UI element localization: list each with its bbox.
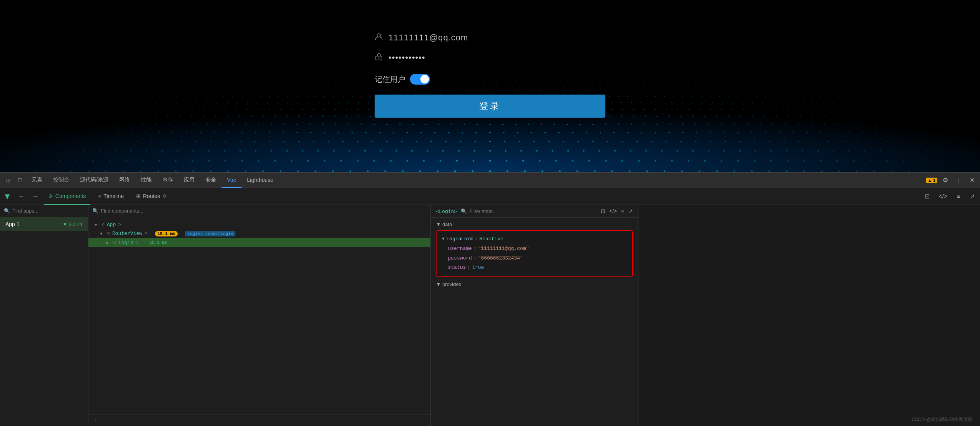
login-button[interactable]: 登录 (375, 95, 605, 118)
state-search-input[interactable] (469, 208, 597, 214)
status-key: status (442, 264, 466, 272)
username-key: username (442, 245, 472, 253)
tab-vue[interactable]: Vue (222, 173, 242, 188)
svg-point-1 (377, 34, 381, 37)
tab-lighthouse[interactable]: Lighthouse (242, 173, 279, 188)
loginform-toggle[interactable]: ▼ (442, 235, 445, 243)
remember-label: 记住用户 (375, 74, 405, 85)
app-item-1[interactable]: App 1 ▼ 3.2.41 (0, 217, 88, 231)
tab-console[interactable]: 控制台 (48, 173, 75, 188)
loginform-key: loginForm (446, 235, 473, 243)
password-input[interactable] (388, 53, 605, 63)
remember-row: 记住用户 (375, 74, 605, 85)
inspect-code-icon[interactable]: </> (937, 192, 950, 201)
app-version: ▼ 3.2.41 (62, 221, 83, 227)
vue-tab-timeline[interactable]: ≡ Timeline (93, 188, 128, 205)
right-spacer: CSDN @此代码敲到头发茂密 (638, 205, 980, 426)
state-data-box: ▼ loginForm : Reactive username : "11111… (436, 230, 633, 277)
copy-icon[interactable]: ≡ (955, 192, 963, 201)
data-section-label: ▼ data (436, 221, 633, 227)
state-camera-icon[interactable]: ⊡ (601, 208, 605, 214)
routes-icon: ⊞ (136, 193, 141, 199)
components-panel: 🔍 ▼ <App> ▼ <RouterView> 15.1 ms login: … (88, 205, 431, 426)
expand-app-icon: ▼ (95, 223, 99, 227)
state-open-icon[interactable]: ↗ (628, 208, 633, 214)
apps-panel: 🔍 App 1 ▼ 3.2.41 (0, 205, 88, 426)
inspect-icon[interactable]: ⊡ (3, 175, 14, 186)
user-icon (375, 32, 384, 43)
timeline-icon: ≡ (98, 193, 101, 199)
apps-search-icon: 🔍 (4, 208, 10, 214)
close-icon[interactable]: ✕ (967, 176, 977, 185)
state-panel: <Login> 🔍 ⊡ </> ≡ ↗ ▼ data (431, 205, 638, 426)
components-search-icon: 🔍 (92, 208, 98, 214)
state-search-icon: 🔍 (461, 208, 467, 214)
password-state-row: password : "6666662332434" (442, 254, 627, 263)
password-key: password (442, 255, 472, 263)
state-content: ▼ data ▼ loginForm : Reactive username : (431, 218, 638, 426)
selected-component-tag: <Login> (436, 208, 457, 214)
state-code-icon[interactable]: </> (609, 208, 617, 214)
component-tree: ▼ <App> ▼ <RouterView> 15.1 ms login: /u… (88, 217, 430, 414)
status-value: true (472, 264, 484, 272)
tab-elements[interactable]: 元素 (26, 173, 48, 188)
password-row (375, 52, 605, 66)
username-input[interactable] (388, 33, 605, 43)
routerview-route-badge: login: /user/login (185, 231, 235, 236)
state-search-bar: 🔍 (461, 208, 597, 214)
apps-search-input[interactable] (12, 208, 84, 214)
routes-gear-icon: ⚙ (162, 193, 167, 199)
expand-login-icon: ▶ (106, 240, 111, 245)
tab-application[interactable]: 应用 (178, 173, 200, 188)
forward-button[interactable]: → (30, 191, 41, 201)
back-button[interactable]: ← (16, 191, 27, 201)
tab-performance[interactable]: 性能 (135, 173, 157, 188)
settings-icon[interactable]: ⚙ (940, 176, 950, 185)
provided-section-label: ▼ provided (436, 281, 633, 287)
username-value: "11111111@qq.com" (478, 245, 529, 253)
login-area: 记住用户 登录 (0, 0, 980, 173)
vue-devtools-bar: ▼ ← → ❈ Components ≡ Timeline ⊞ Routes ⚙… (0, 188, 980, 205)
devtools-tabs-bar: ⊡ ☐ 元素 控制台 源代码/来源 网络 性能 内存 应用 安全 Vue Lig… (0, 173, 980, 188)
vue-bar-right: ⊡ </> ≡ ↗ (922, 192, 977, 201)
toggle-thumb (420, 75, 429, 83)
password-value: "6666662332434" (478, 255, 523, 263)
username-state-row: username : "11111111@qq.com" (442, 244, 627, 254)
open-external-icon[interactable]: ↗ (967, 192, 977, 201)
components-search-bar: 🔍 (88, 205, 430, 217)
vue-tab-routes-label: Routes (143, 193, 160, 199)
tree-node-login[interactable]: ▶ <Login> 15.1 ms (88, 238, 430, 247)
toggle-track (410, 74, 430, 85)
vue-tab-routes[interactable]: ⊞ Routes ⚙ (132, 188, 171, 205)
screenshot-icon[interactable]: ⊡ (922, 192, 932, 201)
loginform-type: Reactive (479, 235, 503, 243)
state-header: <Login> 🔍 ⊡ </> ≡ ↗ (431, 205, 638, 218)
vue-tab-components-label: Components (55, 193, 86, 199)
vue-logo: ▼ (3, 191, 12, 201)
device-icon[interactable]: ☐ (15, 175, 25, 186)
apps-search-bar: 🔍 (0, 205, 88, 217)
attribution: CSDN @此代码敲到头发茂密 (912, 416, 972, 423)
components-search-input[interactable] (101, 208, 427, 214)
tree-node-app[interactable]: ▼ <App> (88, 220, 430, 229)
components-icon: ❈ (48, 193, 53, 199)
remember-toggle[interactable] (410, 74, 430, 85)
login-form: 记住用户 登录 (375, 32, 605, 118)
tab-security[interactable]: 安全 (200, 173, 222, 188)
login-form-row: ▼ loginForm : Reactive (442, 235, 627, 244)
tab-sources[interactable]: 源代码/来源 (75, 173, 114, 188)
app-name: App 1 (5, 221, 20, 227)
tree-node-routerview[interactable]: ▼ <RouterView> 15.1 ms login: /user/logi… (88, 229, 430, 238)
login-time-badge: 15.1 ms (146, 240, 170, 246)
vue-tab-components[interactable]: ❈ Components (44, 188, 90, 205)
tab-network[interactable]: 网络 (114, 173, 135, 188)
more-icon[interactable]: ⋮ (953, 176, 964, 185)
expand-routerview-icon: ▼ (100, 231, 105, 236)
tab-memory[interactable]: 内存 (157, 173, 178, 188)
collapse-panel-button[interactable]: ‹ (88, 414, 430, 426)
state-copy-icon[interactable]: ≡ (621, 208, 624, 214)
devtools-right-controls: ▲ 1 ⚙ ⋮ ✕ (926, 176, 977, 185)
svg-point-3 (378, 58, 380, 59)
devtools-panel: ⊡ ☐ 元素 控制台 源代码/来源 网络 性能 内存 应用 安全 Vue Lig… (0, 172, 980, 426)
vue-tab-timeline-label: Timeline (103, 193, 123, 199)
